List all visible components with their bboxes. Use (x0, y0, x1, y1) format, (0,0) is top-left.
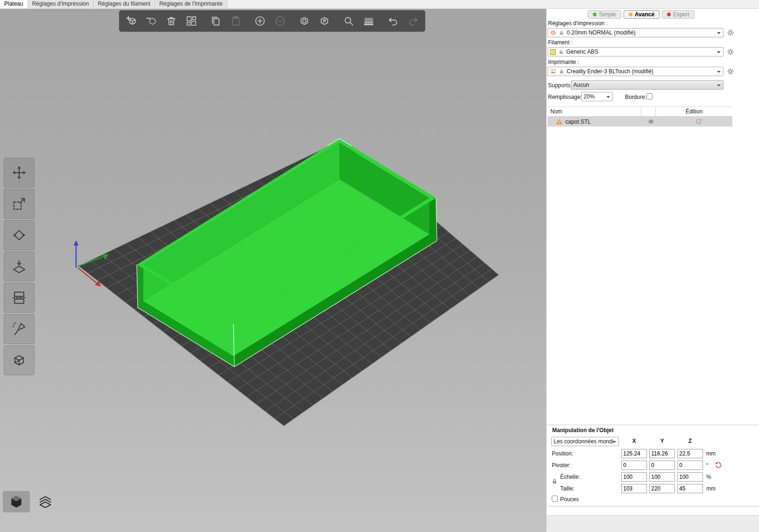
position-y-input[interactable] (649, 449, 675, 458)
printer-gear-button[interactable] (726, 67, 735, 76)
delete-all-button[interactable] (162, 12, 181, 30)
cut-tool-button[interactable] (4, 283, 35, 313)
chevron-down-icon (612, 441, 616, 443)
inches-checkbox[interactable] (552, 496, 558, 502)
reset-rotation-button[interactable] (714, 461, 723, 470)
viewport-3d[interactable] (0, 8, 546, 532)
tab-plater[interactable]: Plateau (0, 0, 28, 8)
scene-canvas[interactable] (0, 8, 546, 532)
size-label: Taille: (560, 485, 575, 492)
seam-tool-button[interactable] (4, 345, 35, 375)
coordinate-system-value: Les coordonnées mondi (554, 438, 613, 445)
slicer-window: Plateau Réglages d'Impression Réglages d… (0, 0, 759, 532)
infill-select[interactable]: 20% (581, 92, 613, 101)
warning-icon (556, 119, 562, 125)
simple-mode-dot (593, 13, 597, 16)
advanced-mode-dot (629, 13, 632, 16)
place-on-face-tool-button[interactable] (4, 252, 35, 281)
variable-layer-height-button[interactable] (359, 12, 378, 30)
remove-instance-button (271, 12, 289, 30)
tab-print-settings[interactable]: Réglages d'Impression (28, 0, 94, 8)
remove-instance-icon (274, 15, 286, 27)
infill-label: Remplissage: (548, 94, 582, 100)
size-y-input[interactable] (649, 484, 675, 493)
supports-select[interactable]: Aucun (571, 80, 724, 90)
tab-printer-settings[interactable]: Réglages de l'Imprimante (155, 0, 227, 8)
size-z-input[interactable] (677, 484, 703, 493)
column-edition: Édition (655, 107, 732, 116)
coordinate-system-select[interactable]: Les coordonnées mondi (551, 437, 619, 446)
infill-value: 20% (583, 93, 595, 100)
move-tool-button[interactable] (4, 158, 35, 188)
printer-select[interactable]: Creality Ender-3 BLTouch (modifié) (548, 67, 724, 76)
manipulation-title: Manipulation de l'Objet (552, 427, 614, 434)
position-x-input[interactable] (621, 449, 647, 458)
uniform-scale-lock-icon[interactable] (551, 478, 558, 485)
filament-gear-button[interactable] (726, 47, 735, 56)
lock-icon (558, 49, 564, 55)
remove-object-icon (145, 15, 157, 27)
mode-advanced-button[interactable]: Avancé (624, 10, 660, 19)
eye-icon[interactable] (647, 118, 654, 125)
print-settings-select[interactable]: 0.20mm NORMAL (modifié) (548, 28, 724, 37)
undo-button[interactable] (384, 12, 402, 30)
split-parts-button[interactable] (315, 12, 334, 30)
object-row-capot[interactable]: capot.STL (548, 117, 732, 126)
add-object-button[interactable] (122, 12, 141, 30)
axis-header-y: Y (649, 438, 675, 444)
split-parts-icon (318, 15, 330, 27)
size-x-input[interactable] (621, 484, 647, 493)
print-profile-icon (550, 29, 556, 36)
filament-select[interactable]: Generic ABS (548, 47, 724, 56)
split-objects-button[interactable] (295, 12, 314, 30)
view-toggles (3, 491, 59, 512)
mode-expert-button[interactable]: Expert (662, 10, 695, 19)
paste-button (226, 12, 245, 30)
variable-layer-height-icon (363, 15, 375, 27)
scale-label: Échelle: (560, 474, 580, 480)
collapsed-panel-band (547, 515, 759, 532)
supports-label: Supports: (548, 82, 572, 89)
place-on-face-icon (11, 259, 27, 274)
scale-z-input[interactable] (677, 472, 703, 482)
print-settings-label: Réglages d'impression : (548, 20, 608, 27)
scale-tool-button[interactable] (4, 189, 35, 219)
position-z-input[interactable] (677, 449, 703, 458)
3d-editor-view-button[interactable] (3, 491, 30, 512)
axis-header-x: X (621, 438, 647, 444)
scale-x-input[interactable] (621, 472, 647, 482)
rotate-y-input[interactable] (649, 461, 675, 470)
print-settings-value: 0.20mm NORMAL (modifié) (567, 29, 636, 36)
rotate-icon (11, 227, 27, 243)
rotate-z-input[interactable] (677, 461, 703, 470)
arrange-button[interactable] (182, 12, 201, 30)
search-button[interactable] (339, 12, 358, 30)
preview-view-button[interactable] (32, 491, 59, 512)
brim-checkbox[interactable] (647, 93, 653, 99)
add-instance-button[interactable] (251, 12, 269, 30)
copy-icon (210, 15, 222, 27)
scale-y-input[interactable] (649, 472, 675, 482)
preview-view-icon (38, 494, 53, 509)
position-label: Position: (552, 450, 573, 457)
mode-advanced-label: Avancé (635, 11, 654, 18)
chevron-down-icon (717, 51, 721, 53)
position-unit: mm (706, 450, 716, 457)
manipulation-separator (547, 425, 759, 425)
mode-simple-button[interactable]: Simple (588, 10, 621, 19)
rotate-x-input[interactable] (621, 461, 647, 470)
copy-button[interactable] (206, 12, 225, 30)
axis-header-z: Z (677, 438, 703, 444)
filament-label: Filament : (548, 39, 573, 46)
tab-filament-settings[interactable]: Réglages du filament (93, 0, 155, 8)
filament-value: Generic ABS (566, 49, 598, 55)
printer-value: Creality Ender-3 BLTouch (modifié) (567, 68, 654, 75)
rotate-tool-button[interactable] (4, 220, 35, 250)
expert-mode-dot (667, 13, 671, 16)
remove-object-button[interactable] (142, 12, 161, 30)
edit-object-icon[interactable] (696, 118, 703, 125)
tab-bar: Plateau Réglages d'Impression Réglages d… (0, 0, 759, 9)
paint-supports-tool-button[interactable] (4, 314, 35, 344)
print-settings-gear-button[interactable] (726, 28, 735, 37)
chevron-down-icon (606, 96, 610, 98)
